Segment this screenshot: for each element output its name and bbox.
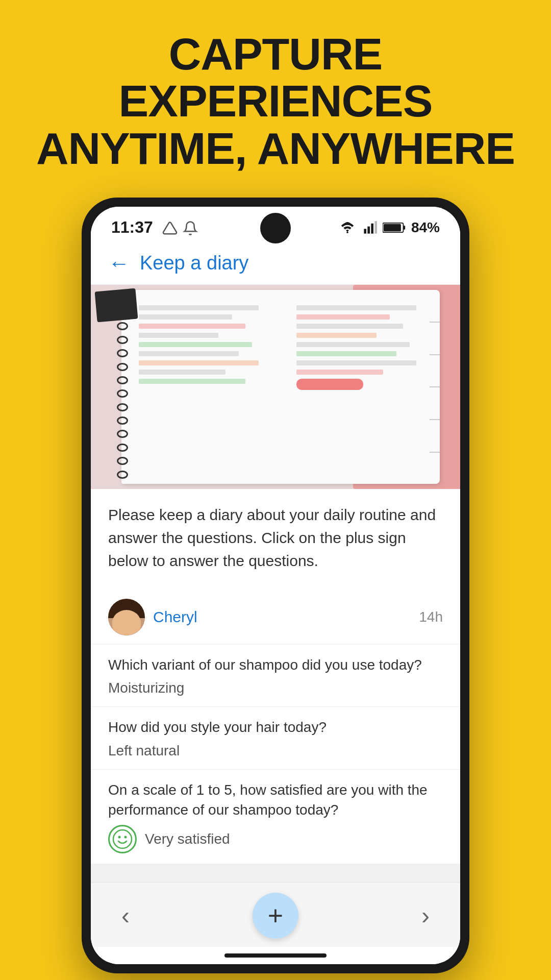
svg-rect-1: [364, 229, 366, 233]
status-icons-right: 84%: [338, 219, 440, 236]
svg-rect-6: [403, 226, 405, 229]
camera-notch: [260, 213, 291, 243]
entry-header: Cheryl 14h: [91, 586, 460, 644]
notif-icons: [162, 220, 198, 236]
signal-icon: [362, 220, 378, 235]
home-bar: [224, 953, 327, 958]
svg-point-10: [124, 836, 127, 838]
user-avatar: [108, 599, 145, 635]
battery-icon: [383, 222, 406, 234]
avatar-face: [108, 599, 145, 635]
svg-rect-7: [384, 224, 401, 231]
qa-answer-3-container: Very satisfied: [108, 825, 443, 853]
status-time: 11:37: [111, 218, 153, 237]
hero-title-line2: ANYTIME, ANYWHERE: [20, 125, 531, 172]
alert-icon: [162, 220, 178, 236]
qa-item-1: Which variant of our shampoo did you use…: [91, 645, 460, 707]
svg-point-0: [346, 231, 348, 233]
phone-screen: 11:37: [91, 207, 460, 964]
hero-title-line1: CAPTURE EXPERIENCES: [20, 31, 531, 125]
svg-rect-2: [367, 226, 370, 233]
bottom-back-button[interactable]: ‹: [121, 903, 130, 928]
hero-title-area: CAPTURE EXPERIENCES ANYTIME, ANYWHERE: [0, 0, 551, 192]
smiley-icon: [112, 829, 133, 849]
diary-dark-item: [95, 288, 138, 323]
entry-time: 14h: [419, 609, 443, 625]
diary-content: Cheryl 14h Which variant of our shampoo …: [91, 586, 460, 882]
phone-frame: 11:37: [82, 198, 469, 973]
qa-question-3: On a scale of 1 to 5, how satisfied are …: [108, 780, 443, 820]
wifi-icon: [338, 220, 357, 235]
status-bar: 11:37: [91, 207, 460, 242]
diary-image: [91, 285, 460, 489]
empty-area: [91, 864, 460, 882]
user-name: Cheryl: [153, 608, 411, 626]
svg-rect-3: [371, 224, 373, 234]
qa-answer-1: Moisturizing: [108, 680, 443, 696]
header-title: Keep a diary: [140, 252, 248, 274]
battery-percent: 84%: [411, 219, 440, 236]
bell-icon: [183, 220, 198, 236]
home-indicator: [91, 947, 460, 964]
qa-answer-3: Very satisfied: [145, 831, 230, 847]
svg-point-9: [118, 836, 121, 838]
fab-add-button[interactable]: +: [253, 893, 298, 939]
diary-tabs: [430, 290, 440, 484]
diary-left-page: [134, 300, 277, 393]
diary-description: Please keep a diary about your daily rou…: [91, 489, 460, 586]
qa-question-1: Which variant of our shampoo did you use…: [108, 655, 443, 675]
qa-section: Which variant of our shampoo did you use…: [91, 645, 460, 864]
svg-rect-4: [374, 221, 377, 234]
qa-question-2: How did you style your hair today?: [108, 717, 443, 737]
avatar-face-skin: [112, 610, 141, 635]
qa-answer-2: Left natural: [108, 743, 443, 759]
diary-pages: [121, 290, 440, 484]
diary-right-page: [291, 300, 435, 399]
qa-item-2: How did you style your hair today? Left …: [91, 707, 460, 769]
app-header: ← Keep a diary: [91, 242, 460, 285]
bottom-forward-button[interactable]: ›: [421, 903, 430, 928]
qa-item-3: On a scale of 1 to 5, how satisfied are …: [91, 770, 460, 864]
svg-point-8: [113, 830, 132, 848]
satisfaction-icon: [108, 825, 137, 853]
bottom-bar: ‹ + ›: [91, 882, 460, 947]
back-button[interactable]: ←: [108, 253, 130, 274]
